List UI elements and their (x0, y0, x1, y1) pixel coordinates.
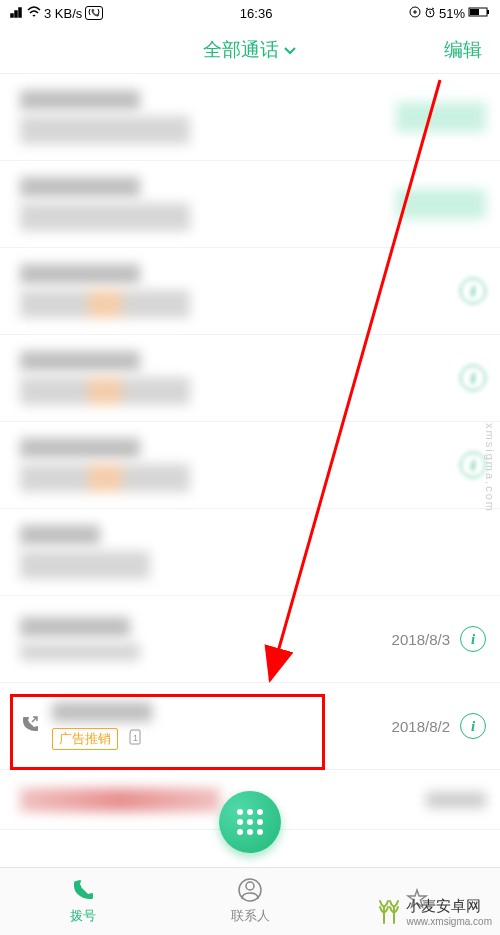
svg-text:📞: 📞 (91, 8, 100, 17)
sim-icon: 1 (128, 729, 142, 749)
nav-label: 联系人 (231, 907, 270, 925)
status-left: 3 KB/s 📞 (10, 6, 103, 21)
svg-rect-4 (470, 9, 479, 15)
dialpad-fab[interactable] (219, 791, 281, 853)
status-right: 51% (409, 6, 490, 21)
wifi-icon (27, 6, 41, 21)
svg-rect-5 (487, 10, 489, 14)
wheat-icon (376, 895, 402, 929)
side-watermark: xmsigma.com (484, 423, 496, 513)
status-time: 16:36 (240, 6, 273, 21)
chevron-down-icon (283, 39, 297, 61)
nav-label: 拨号 (70, 907, 96, 925)
info-icon[interactable]: i (460, 626, 486, 652)
info-icon[interactable]: i (460, 278, 486, 304)
lock-icon (409, 6, 421, 21)
outgoing-call-icon (20, 714, 42, 738)
dialpad-icon (237, 809, 263, 835)
watermark: 小麦安卓网 www.xmsigma.com (376, 895, 492, 929)
alarm-icon (424, 6, 436, 21)
header: 全部通话 编辑 (0, 26, 500, 74)
svg-point-9 (246, 882, 254, 890)
battery-icon (468, 6, 490, 21)
info-icon[interactable]: i (460, 713, 486, 739)
call-row[interactable] (0, 509, 500, 596)
status-bar: 3 KB/s 📞 16:36 51% (0, 0, 500, 26)
phone-icon (71, 878, 95, 905)
signal-icon (10, 6, 24, 21)
nav-contacts[interactable]: 联系人 (167, 868, 334, 935)
edit-button[interactable]: 编辑 (444, 37, 482, 63)
call-date: 2018/8/2 (392, 718, 450, 735)
call-row[interactable]: 2018/8/3 i (0, 596, 500, 683)
filter-dropdown[interactable]: 全部通话 (203, 37, 297, 63)
info-icon[interactable]: i (460, 365, 486, 391)
filter-label: 全部通话 (203, 37, 279, 63)
info-icon[interactable]: i (460, 452, 486, 478)
watermark-url: www.xmsigma.com (406, 916, 492, 927)
call-row[interactable]: i (0, 248, 500, 335)
call-list: i i i 2018/8/3 i 广告推销 1 2018/8/2 i (0, 74, 500, 830)
battery-pct: 51% (439, 6, 465, 21)
call-row[interactable] (0, 161, 500, 248)
watermark-text: 小麦安卓网 (406, 897, 481, 914)
call-row[interactable]: i (0, 335, 500, 422)
net-speed: 3 KB/s (44, 6, 82, 21)
call-row[interactable]: i (0, 422, 500, 509)
contact-icon (238, 878, 262, 905)
nav-dial[interactable]: 拨号 (0, 868, 167, 935)
hd-icon: 📞 (85, 6, 103, 20)
call-date: 2018/8/3 (392, 631, 450, 648)
call-row-highlighted[interactable]: 广告推销 1 2018/8/2 i (0, 683, 500, 770)
call-row[interactable] (0, 74, 500, 161)
spam-tag: 广告推销 (52, 728, 118, 750)
svg-text:1: 1 (133, 733, 138, 743)
